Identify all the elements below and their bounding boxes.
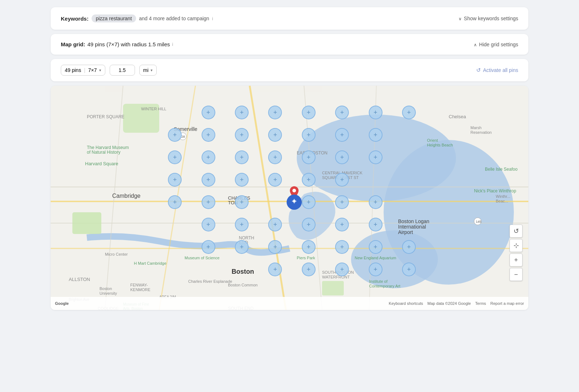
map-pin[interactable]: + [202, 128, 215, 142]
map-pin[interactable]: + [235, 195, 249, 209]
map-pin[interactable]: + [402, 240, 416, 254]
map-pin[interactable]: + [302, 106, 316, 119]
svg-text:New England Aquarium: New England Aquarium [355, 256, 396, 260]
svg-text:Piers Park: Piers Park [297, 256, 315, 260]
map-fullscreen-button[interactable]: ⊹ [510, 239, 523, 252]
map-zoom-out-button[interactable]: − [510, 268, 523, 281]
svg-text:28: 28 [181, 135, 185, 139]
map-pin[interactable]: + [369, 106, 383, 119]
svg-text:Boston Logan: Boston Logan [398, 218, 429, 224]
mapgrid-description: 49 pins (7×7) with radius 1.5 miles [88, 41, 170, 47]
pins-dropdown[interactable]: 49 pins | 7×7 ▾ [61, 65, 105, 76]
svg-text:NORTH: NORTH [239, 235, 254, 240]
svg-text:ALLSTON: ALLSTON [69, 277, 90, 282]
map-pin[interactable]: + [369, 128, 383, 142]
map-pin[interactable]: + [235, 218, 249, 231]
map-pin[interactable]: + [335, 128, 349, 142]
map-pin[interactable]: + [302, 218, 316, 231]
map-pin[interactable]: + [268, 218, 282, 231]
map-pin[interactable]: + [302, 128, 316, 142]
map-pin[interactable]: + [268, 150, 282, 164]
show-keywords-label: Show keywords settings [464, 16, 518, 21]
svg-text:Beac...: Beac... [496, 199, 508, 203]
map-pin[interactable]: + [369, 195, 383, 209]
activate-all-pins-button[interactable]: ↺ Activate all pins [476, 67, 518, 73]
map-pin[interactable]: + [302, 150, 316, 164]
map-pin[interactable]: + [402, 106, 416, 119]
map-pin[interactable]: + [202, 240, 215, 254]
svg-text:Micro Center: Micro Center [105, 252, 128, 256]
map-area[interactable]: The Harvard Museum of Natural History Ha… [51, 86, 528, 310]
map-pin[interactable]: + [302, 240, 316, 254]
mapgrid-card: Map grid: 49 pins (7×7) with radius 1.5 … [51, 34, 528, 55]
map-pin[interactable]: + [335, 195, 349, 209]
unit-chevron-icon: ▾ [151, 68, 153, 73]
svg-text:University: University [100, 291, 117, 295]
report-error-link[interactable]: Report a map error [490, 301, 524, 306]
map-pin[interactable]: + [302, 173, 316, 187]
controls-card: 49 pins | 7×7 ▾ mi ▾ ↺ Activate all pins [51, 59, 528, 81]
keywords-left: Keywords: pizza restaurant and 4 more ad… [61, 14, 213, 22]
unit-dropdown[interactable]: mi ▾ [139, 65, 157, 76]
svg-text:145: 145 [476, 220, 481, 223]
map-pin[interactable]: + [168, 173, 182, 187]
map-pin[interactable]: + [235, 150, 249, 164]
map-reset-button[interactable]: ↺ [510, 225, 523, 238]
svg-text:FENWAY-: FENWAY- [130, 283, 148, 287]
svg-text:of Natural History: of Natural History [87, 150, 121, 155]
grid-value: 7×7 [88, 67, 97, 73]
svg-text:Orient: Orient [427, 138, 438, 142]
map-zoom-in-button[interactable]: + [510, 253, 523, 267]
map-pin[interactable]: + [302, 195, 316, 209]
radius-input[interactable] [110, 65, 135, 76]
map-pin[interactable]: + [202, 173, 215, 187]
map-pin[interactable]: + [268, 240, 282, 254]
map-pin[interactable]: + [268, 106, 282, 119]
map-pin[interactable]: + [369, 150, 383, 164]
pins-value: 49 pins [65, 67, 81, 73]
map-pin[interactable]: + [335, 263, 349, 276]
map-pin[interactable]: + [235, 240, 249, 254]
map-pin[interactable]: + [369, 218, 383, 231]
svg-text:H Mart Cambridge: H Mart Cambridge [134, 261, 166, 265]
svg-text:Airport: Airport [398, 229, 413, 235]
map-pin[interactable]: + [202, 195, 215, 209]
map-pin[interactable]: + [202, 106, 215, 119]
svg-text:Marsh: Marsh [470, 125, 482, 130]
mapgrid-left: Map grid: 49 pins (7×7) with radius 1.5 … [61, 41, 173, 47]
keywords-label: Keywords: [61, 16, 89, 22]
map-pin[interactable]: + [335, 218, 349, 231]
map-pin[interactable]: + [402, 263, 416, 276]
map-pin[interactable]: + [369, 240, 383, 254]
map-pin[interactable]: + [202, 150, 215, 164]
map-pin[interactable]: + [335, 150, 349, 164]
map-pin[interactable]: + [235, 128, 249, 142]
map-pin[interactable]: + [168, 150, 182, 164]
map-pin[interactable]: + [268, 128, 282, 142]
map-pin[interactable]: + [268, 173, 282, 187]
map-pin[interactable]: + [235, 173, 249, 187]
terms-link[interactable]: Terms [475, 301, 486, 306]
map-pin[interactable]: + [168, 128, 182, 142]
map-footer-right: Keyboard shortcuts Map data ©2024 Google… [389, 301, 524, 306]
svg-text:Heights Beach: Heights Beach [427, 143, 453, 147]
keyboard-shortcuts[interactable]: Keyboard shortcuts [389, 301, 423, 306]
map-pin[interactable]: + [335, 106, 349, 119]
map-pin[interactable]: + [168, 195, 182, 209]
map-pin[interactable]: + [268, 263, 282, 276]
show-keywords-button[interactable]: Show keywords settings [458, 16, 518, 21]
map-pin[interactable]: + [302, 263, 316, 276]
svg-text:International: International [398, 224, 426, 230]
svg-text:Harvard Square: Harvard Square [85, 161, 118, 166]
hide-grid-button[interactable]: Hide grid settings [474, 42, 518, 47]
svg-text:Belle Isle Seafoo: Belle Isle Seafoo [485, 167, 517, 172]
svg-text:Boston: Boston [100, 286, 112, 291]
map-pin[interactable]: + [335, 173, 349, 187]
move-cursor-pin[interactable] [287, 195, 302, 210]
svg-text:Winthr...: Winthr... [496, 194, 510, 199]
map-pin[interactable]: + [202, 218, 215, 231]
map-pin[interactable]: + [235, 106, 249, 119]
map-pin[interactable]: + [335, 240, 349, 254]
info-icon: i [212, 16, 213, 21]
map-pin[interactable]: + [369, 263, 383, 276]
